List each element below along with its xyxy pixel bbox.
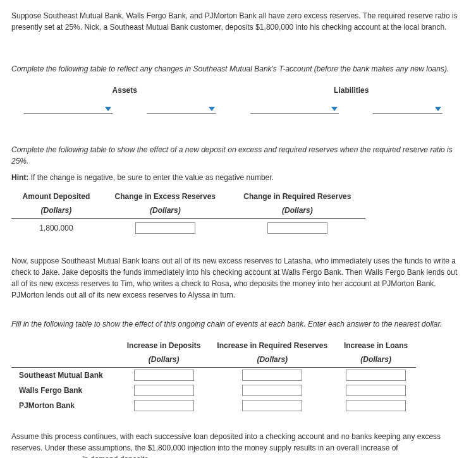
closing-pre: Assume this process continues, with each… [11, 432, 441, 452]
liabilities-header: Liabilities [238, 85, 465, 96]
smb-loans-input[interactable] [346, 370, 406, 381]
table-row: PJMorton Bank [11, 398, 416, 413]
hint-line: Hint: If the change is negative, be sure… [11, 172, 465, 183]
bank-name: PJMorton Bank [11, 398, 119, 413]
change-required-input[interactable] [267, 222, 327, 234]
smb-required-input[interactable] [242, 370, 302, 381]
closing-paragraph: Assume this process continues, with each… [11, 431, 465, 458]
q1-prompt: Complete the following table to reflect … [11, 63, 465, 75]
chevron-down-icon [105, 107, 111, 111]
col-change-required: Change in Required Reserves [229, 190, 365, 203]
amount-deposited-value: 1,800,000 [11, 219, 101, 238]
wfb-loans-input[interactable] [346, 385, 406, 396]
pjm-deposits-input[interactable] [134, 400, 194, 411]
wfb-deposits-input[interactable] [134, 385, 194, 396]
hint-label: Hint: [11, 173, 28, 182]
pjm-required-input[interactable] [242, 400, 302, 411]
bank-chain-table: Increase in Deposits Increase in Require… [11, 339, 416, 413]
col-increase-loans: Increase in Loans [336, 339, 416, 353]
overall-increase-dropdown[interactable] [13, 455, 79, 458]
unit-label: (Dollars) [101, 203, 229, 219]
unit-label: (Dollars) [336, 353, 416, 368]
col-increase-deposits: Increase in Deposits [119, 339, 209, 353]
chevron-down-icon [209, 107, 215, 111]
table-row: Southeast Mutual Bank [11, 368, 416, 383]
chevron-down-icon [435, 107, 441, 111]
unit-label: (Dollars) [229, 203, 365, 219]
liabilities-amount-dropdown[interactable] [373, 100, 442, 114]
narrative-paragraph: Now, suppose Southeast Mutual Bank loans… [11, 255, 465, 301]
table-row: Walls Fergo Bank [11, 383, 416, 398]
assets-account-dropdown[interactable] [24, 100, 113, 114]
reserve-table: Amount Deposited Change in Excess Reserv… [11, 190, 365, 238]
intro-paragraph: Suppose Southeast Mutual Bank, Walls Fer… [11, 10, 465, 33]
pjm-loans-input[interactable] [346, 400, 406, 411]
col-amount-deposited: Amount Deposited [11, 190, 101, 203]
chevron-down-icon [331, 107, 338, 111]
table-row: 1,800,000 [11, 219, 365, 238]
closing-post: in demand deposits. [80, 455, 150, 458]
assets-header: Assets [11, 85, 238, 96]
col-change-excess: Change in Excess Reserves [101, 190, 229, 203]
wfb-required-input[interactable] [242, 385, 302, 396]
bank-name: Southeast Mutual Bank [11, 368, 119, 383]
col-increase-required: Increase in Required Reserves [209, 339, 336, 353]
q2-prompt: Complete the following table to show the… [11, 144, 465, 167]
unit-label: (Dollars) [11, 203, 101, 219]
liabilities-account-dropdown[interactable] [250, 100, 339, 114]
q3-prompt: Fill in the following table to show the … [11, 318, 465, 330]
bank-name: Walls Fergo Bank [11, 383, 119, 398]
change-excess-input[interactable] [135, 222, 195, 234]
smb-deposits-input[interactable] [134, 370, 194, 381]
unit-label: (Dollars) [209, 353, 336, 368]
unit-label: (Dollars) [119, 353, 209, 368]
assets-amount-dropdown[interactable] [147, 100, 216, 114]
hint-text: If the change is negative, be sure to en… [28, 173, 274, 182]
